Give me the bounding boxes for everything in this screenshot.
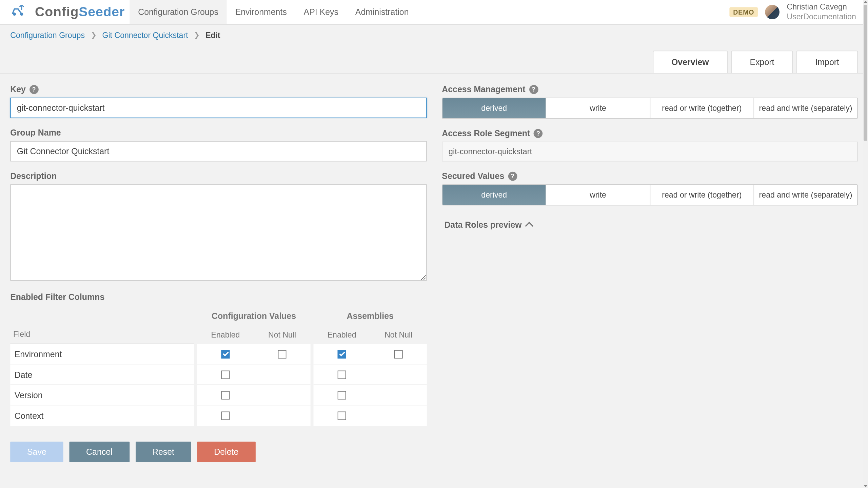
subhead-notnull-2: Not Null (370, 325, 427, 344)
checkbox-asm-version-enabled[interactable] (338, 391, 346, 399)
filter-field-header: Field (10, 325, 194, 344)
logo[interactable]: ConfigSeeder (9, 0, 125, 24)
reset-button[interactable]: Reset (135, 442, 191, 462)
access-mgmt-derived[interactable]: derived (442, 98, 546, 118)
secured-values-label: Secured Values ? (442, 171, 858, 181)
nav-configuration-groups[interactable]: Configuration Groups (130, 0, 226, 24)
help-icon[interactable]: ? (508, 171, 517, 181)
nav-api-keys[interactable]: API Keys (295, 0, 347, 24)
access-role-segment-input (442, 142, 858, 162)
breadcrumb: Configuration Groups ❯ Git Connector Qui… (0, 25, 868, 45)
filter-row-context: Context (10, 411, 43, 421)
help-icon[interactable]: ? (529, 85, 538, 94)
tab-import[interactable]: Import (796, 50, 858, 73)
checkbox-asm-env-notnull[interactable] (394, 350, 403, 358)
scrollbar-thumb[interactable] (864, 5, 867, 141)
group-name-input[interactable] (10, 141, 427, 161)
cancel-button[interactable]: Cancel (69, 442, 129, 462)
user-role: UserDocumentation (787, 12, 856, 22)
checkbox-asm-date-enabled[interactable] (338, 370, 346, 379)
data-roles-preview[interactable]: Data Roles preview (442, 220, 858, 229)
chevron-right-icon: ❯ (91, 31, 96, 39)
breadcrumb-current: Edit (205, 31, 220, 40)
checkbox-cv-date-enabled[interactable] (221, 370, 230, 379)
save-button[interactable]: Save (10, 442, 63, 462)
filter-row-environment: Environment (10, 349, 62, 359)
scroll-up-icon[interactable] (864, 1, 867, 3)
secured-derived[interactable]: derived (442, 185, 546, 205)
tab-export[interactable]: Export (731, 50, 793, 73)
user-info[interactable]: Christian Cavegn UserDocumentation (787, 3, 856, 21)
secured-write[interactable]: write (546, 185, 650, 205)
scroll-down-icon[interactable] (864, 485, 867, 487)
access-management-group: derived write read or write (together) r… (442, 98, 858, 119)
subhead-enabled-2: Enabled (314, 325, 370, 344)
avatar[interactable] (765, 5, 780, 19)
checkbox-cv-version-enabled[interactable] (221, 391, 230, 399)
key-input[interactable] (10, 98, 427, 118)
tab-overview[interactable]: Overview (653, 50, 728, 73)
app-header: ConfigSeeder Configuration Groups Enviro… (0, 0, 868, 25)
access-mgmt-row-together[interactable]: read or write (together) (650, 98, 754, 118)
delete-button[interactable]: Delete (197, 442, 256, 462)
demo-badge: DEMO (730, 7, 758, 17)
column-config-values: Configuration Values (197, 308, 310, 326)
main-nav: Configuration Groups Environments API Ke… (130, 0, 417, 24)
access-mgmt-write[interactable]: write (546, 98, 650, 118)
nav-administration[interactable]: Administration (347, 0, 417, 24)
logo-text: ConfigSeeder (35, 4, 125, 20)
checkbox-asm-env-enabled[interactable] (338, 350, 346, 358)
checkbox-cv-env-notnull[interactable] (278, 350, 287, 358)
secured-row-together[interactable]: read or write (together) (650, 185, 754, 205)
chevron-up-icon (525, 222, 534, 230)
help-icon[interactable]: ? (534, 129, 543, 138)
filter-columns-label: Enabled Filter Columns (10, 292, 427, 302)
description-input[interactable] (10, 184, 427, 281)
user-name: Christian Cavegn (787, 3, 856, 12)
checkbox-cv-env-enabled[interactable] (221, 350, 230, 358)
filter-row-version: Version (10, 390, 42, 400)
chevron-right-icon: ❯ (194, 31, 199, 39)
vertical-scrollbar[interactable] (863, 0, 868, 488)
logo-icon (9, 5, 30, 19)
access-role-segment-label: Access Role Segment ? (442, 128, 858, 138)
breadcrumb-link-2[interactable]: Git Connector Quickstart (102, 31, 188, 40)
nav-environments[interactable]: Environments (227, 0, 295, 24)
tabs: Overview Export Import (0, 45, 868, 74)
checkbox-asm-context-enabled[interactable] (338, 411, 346, 420)
secured-row-separate[interactable]: read and write (separately) (754, 185, 857, 205)
description-label: Description (10, 171, 427, 181)
subhead-enabled: Enabled (197, 325, 254, 344)
key-label: Key ? (10, 84, 427, 94)
access-mgmt-row-separate[interactable]: read and write (separately) (754, 98, 857, 118)
breadcrumb-link-1[interactable]: Configuration Groups (10, 31, 85, 40)
secured-values-group: derived write read or write (together) r… (442, 184, 858, 205)
help-icon[interactable]: ? (29, 85, 39, 94)
group-name-label: Group Name (10, 128, 427, 137)
access-management-label: Access Management ? (442, 84, 858, 94)
checkbox-cv-context-enabled[interactable] (221, 411, 230, 420)
filter-row-date: Date (10, 370, 32, 379)
subhead-notnull: Not Null (254, 325, 311, 344)
column-assemblies: Assemblies (314, 308, 427, 326)
